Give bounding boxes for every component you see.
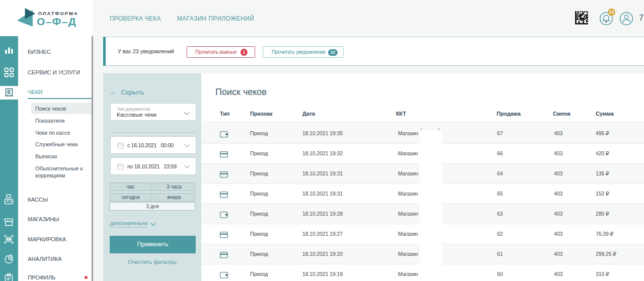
svg-text:О–Ф–Д: О–Ф–Д: [37, 16, 76, 27]
svg-text:23: 23: [609, 10, 614, 15]
